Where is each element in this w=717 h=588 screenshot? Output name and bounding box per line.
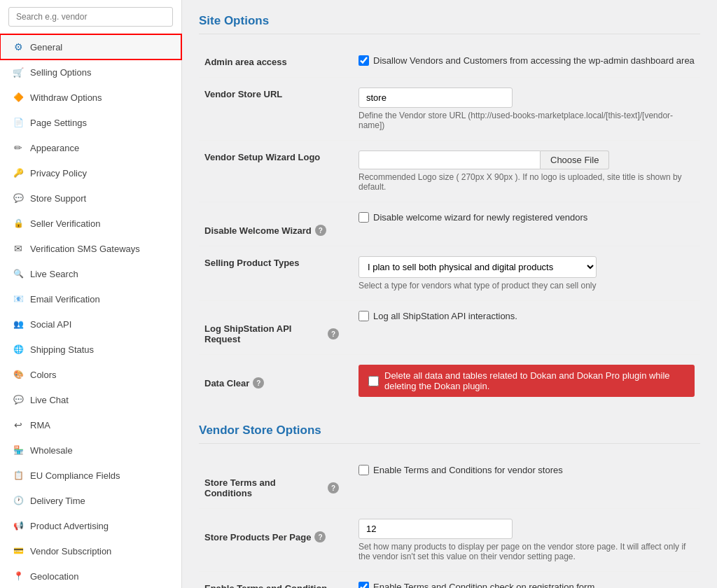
disable-welcome-wizard-help-icon[interactable]: ? [315,225,326,236]
log-shipstation-checkbox-label[interactable]: Log all ShipStation API interactions. [358,311,695,321]
sidebar-item-live-chat-label: Live Chat [30,395,69,405]
file-text-input[interactable] [358,150,541,169]
store-products-per-page-input[interactable] [358,519,513,539]
sidebar-item-live-chat[interactable]: Live Chat [0,387,181,412]
sidebar-item-verification-sms[interactable]: Verification SMS Gateways [0,236,181,261]
sidebar-item-selling-options[interactable]: Selling Options [0,59,181,85]
eu-icon [12,469,25,482]
sidebar-item-appearance[interactable]: Appearance [0,135,181,160]
disable-welcome-wizard-row: Disable Welcome Wizard ? Disable welcome… [199,202,700,246]
store-products-per-page-help-icon[interactable]: ? [314,531,326,542]
choose-file-button[interactable]: Choose File [541,150,609,169]
vendor-store-url-field: Define the Vendor store URL (http://used… [353,78,700,141]
store-terms-label: Store Terms and Conditions ? [199,455,353,509]
store-terms-checkbox-text: Enable Terms and Conditions for vendor s… [373,465,563,475]
data-clear-row: Data Clear ? Delete all data and tables … [199,355,700,407]
sidebar-item-seller-verification[interactable]: Seller Verification [0,211,181,236]
sms-icon [12,242,25,255]
delivery-icon [12,494,25,507]
enable-terms-condition-checkbox[interactable] [358,582,369,588]
data-clear-label: Data Clear ? [199,355,353,407]
sidebar-item-withdraw-options[interactable]: Withdraw Options [0,85,181,110]
sidebar-item-general[interactable]: General [0,34,181,59]
sidebar-item-privacy-policy[interactable]: Privacy Policy [0,160,181,186]
site-options-table: Admin area access Disallow Vendors and C… [199,46,700,407]
admin-area-access-checkbox[interactable] [358,55,369,66]
sidebar-item-geolocation[interactable]: Geolocation [0,564,181,588]
sidebar-item-vendor-subscription[interactable]: Vendor Subscription [0,538,181,564]
sidebar-item-shipping-status[interactable]: Shipping Status [0,337,181,362]
admin-area-access-field: Disallow Vendors and Customers from acce… [353,46,700,78]
sidebar-item-colors[interactable]: Colors [0,362,181,387]
sidebar: General Selling Options Withdraw Options… [0,0,182,588]
sidebar-item-social-api[interactable]: Social API [0,312,181,337]
sidebar-item-rma-label: RMA [30,420,50,430]
vendor-setup-wizard-logo-desc: Recommended Logo size ( 270px X 90px ). … [358,172,695,192]
sidebar-item-colors-label: Colors [30,370,57,380]
vendor-setup-wizard-logo-label: Vendor Setup Wizard Logo [199,141,353,202]
sidebar-item-product-advertising[interactable]: Product Advertising [0,513,181,538]
vendor-store-options-title: Vendor Store Options [199,424,700,444]
vendor-store-url-label: Vendor Store URL [199,78,353,141]
social-icon [12,318,25,330]
admin-area-access-checkbox-label[interactable]: Disallow Vendors and Customers from acce… [358,55,695,66]
sidebar-item-email-verification[interactable]: Email Verification [0,286,181,312]
sidebar-item-general-label: General [30,42,62,52]
chat-icon [12,393,25,406]
shipping-icon [12,343,25,356]
rma-icon [12,419,25,431]
sidebar-item-delivery-time[interactable]: Delivery Time [0,488,181,513]
sidebar-item-wholesale[interactable]: Wholesale [0,438,181,463]
vendor-store-url-row: Vendor Store URL Define the Vendor store… [199,78,700,141]
sidebar-item-page-settings[interactable]: Page Settings [0,110,181,135]
sidebar-item-social-api-label: Social API [30,319,71,330]
log-shipstation-row: Log ShipStation API Request ? Log all Sh… [199,301,700,355]
enable-terms-condition-checkbox-label[interactable]: Enable Terms and Condition check on regi… [358,582,695,588]
sidebar-item-email-verification-label: Email Verification [30,294,100,304]
store-terms-help-icon[interactable]: ? [328,482,339,493]
data-clear-checkbox[interactable] [368,376,379,386]
disable-welcome-wizard-checkbox-label[interactable]: Disable welcome wizard for newly registe… [358,212,695,223]
sidebar-item-seller-verification-label: Seller Verification [30,218,100,229]
admin-area-access-checkbox-text: Disallow Vendors and Customers from acce… [373,55,695,66]
admin-area-access-label: Admin area access [199,46,353,78]
sidebar-item-verification-sms-label: Verification SMS Gateways [30,244,140,254]
sidebar-search-input[interactable] [8,7,173,27]
sidebar-item-rma[interactable]: RMA [0,412,181,438]
selling-product-types-select[interactable]: I plan to sell both physical and digital… [358,256,597,278]
admin-area-access-row: Admin area access Disallow Vendors and C… [199,46,700,78]
vendor-store-url-input[interactable] [358,88,513,108]
sidebar-item-store-support[interactable]: Store Support [0,186,181,211]
sidebar-item-store-support-label: Store Support [30,193,86,204]
vendor-store-options-section: Vendor Store Options Store Terms and Con… [199,424,700,588]
sidebar-item-live-search[interactable]: Live Search [0,261,181,286]
log-shipstation-checkbox-text: Log all ShipStation API interactions. [373,311,517,321]
sidebar-item-withdraw-options-label: Withdraw Options [30,92,102,103]
store-terms-row: Store Terms and Conditions ? Enable Term… [199,455,700,509]
advertising-icon [12,519,25,532]
data-clear-error-box: Delete all data and tables related to Do… [358,365,695,397]
subscription-icon [12,545,25,557]
data-clear-help-icon[interactable]: ? [253,377,264,388]
vendor-setup-wizard-logo-field: Choose File Recommended Logo size ( 270p… [353,141,700,202]
main-content: Site Options Admin area access Disallow … [182,0,717,588]
store-terms-checkbox-label[interactable]: Enable Terms and Conditions for vendor s… [358,465,695,475]
data-clear-error-text: Delete all data and tables related to Do… [384,370,685,391]
sidebar-search-container [0,0,181,34]
site-options-title: Site Options [199,14,700,34]
disable-welcome-wizard-checkbox[interactable] [358,212,369,223]
store-terms-checkbox[interactable] [358,465,369,475]
disable-welcome-wizard-label: Disable Welcome Wizard ? [199,202,353,246]
log-shipstation-help-icon[interactable]: ? [328,328,339,340]
data-clear-field: Delete all data and tables related to Do… [353,355,700,407]
vendor-setup-wizard-logo-row: Vendor Setup Wizard Logo Choose File Rec… [199,141,700,202]
disable-welcome-wizard-checkbox-text: Disable welcome wizard for newly registe… [373,212,587,223]
sidebar-item-eu-compliance[interactable]: EU Compliance Fields [0,463,181,488]
sidebar-item-eu-compliance-label: EU Compliance Fields [30,470,120,481]
log-shipstation-label: Log ShipStation API Request ? [199,301,353,355]
store-products-per-page-label: Store Products Per Page ? [199,509,353,572]
log-shipstation-checkbox[interactable] [358,311,369,321]
selling-product-types-label: Selling Product Types [199,246,353,301]
support-icon [12,192,25,204]
store-products-per-page-row: Store Products Per Page ? Set how many p… [199,509,700,572]
